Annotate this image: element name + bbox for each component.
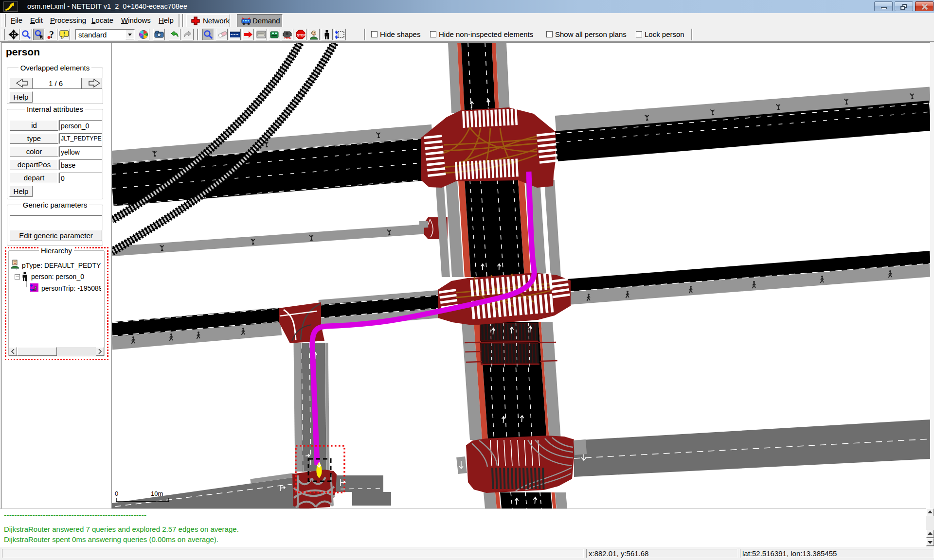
svg-text:TYPE: TYPE xyxy=(284,36,291,39)
svg-text:10m: 10m xyxy=(151,490,163,497)
svg-text:!: ! xyxy=(63,31,65,36)
svg-text:0: 0 xyxy=(115,490,118,497)
svg-text:STOP: STOP xyxy=(297,34,305,37)
